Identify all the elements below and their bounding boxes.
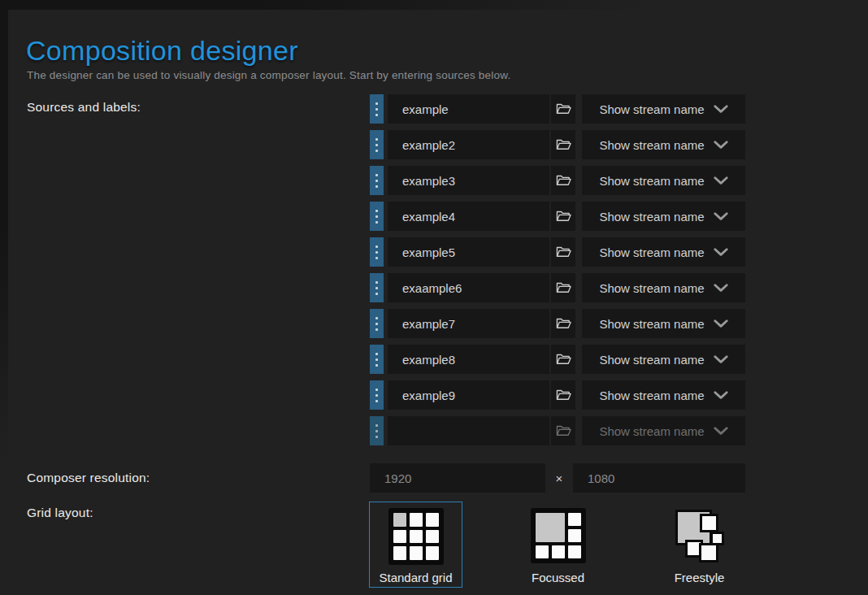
source-row: Show stream name — [370, 166, 745, 195]
source-row: Show stream name — [370, 309, 745, 338]
source-row: Show stream name — [370, 202, 745, 231]
drag-handle-icon[interactable] — [370, 345, 384, 374]
open-folder-icon — [556, 317, 571, 330]
source-name-input[interactable] — [388, 166, 549, 195]
chevron-down-icon — [714, 176, 728, 185]
stream-name-dropdown[interactable]: Show stream name — [582, 273, 745, 302]
grid-option-label: Freestyle — [653, 571, 745, 584]
grid-option-label: Standard grid — [370, 571, 462, 584]
stream-name-dropdown[interactable]: Show stream name — [582, 345, 745, 374]
dropdown-selected-value: Show stream name — [599, 389, 704, 402]
open-folder-icon — [556, 245, 571, 258]
resolution-height-input[interactable] — [573, 463, 745, 493]
stream-name-dropdown[interactable]: Show stream name — [582, 166, 745, 195]
drag-handle-icon[interactable] — [370, 130, 384, 159]
source-name-input[interactable] — [388, 94, 549, 124]
drag-handle-icon[interactable] — [370, 94, 384, 124]
freestyle-grid-icon — [674, 506, 726, 563]
source-name-input[interactable] — [388, 202, 549, 231]
source-row: Show stream name — [370, 94, 745, 124]
stream-name-dropdown[interactable]: Show stream name — [582, 202, 745, 231]
chevron-down-icon — [714, 319, 728, 328]
grid-option-freestyle[interactable]: Freestyle — [653, 502, 746, 588]
browse-button[interactable] — [551, 380, 575, 410]
dropdown-selected-value: Show stream name — [599, 281, 704, 295]
chevron-down-icon — [714, 355, 728, 364]
source-name-input[interactable] — [388, 416, 549, 445]
chevron-down-icon — [714, 248, 728, 257]
chevron-down-icon — [714, 105, 728, 114]
resolution-separator: × — [545, 471, 573, 485]
drag-handle-icon[interactable] — [370, 273, 384, 302]
drag-handle-icon[interactable] — [370, 309, 384, 338]
resolution-width-input[interactable] — [370, 463, 545, 493]
source-row: Show stream name — [370, 345, 745, 374]
resolution-label: Composer resolution: — [27, 471, 150, 485]
open-folder-icon — [556, 210, 571, 223]
browse-button[interactable] — [551, 237, 575, 267]
stream-name-dropdown[interactable]: Show stream name — [582, 237, 745, 267]
focussed-grid-icon — [531, 508, 586, 563]
chevron-down-icon — [714, 141, 728, 150]
dropdown-selected-value: Show stream name — [599, 174, 704, 188]
source-row: Show stream name — [370, 416, 745, 445]
source-row: Show stream name — [370, 130, 745, 159]
stream-name-dropdown[interactable]: Show stream name — [582, 380, 745, 410]
drag-handle-icon[interactable] — [370, 237, 384, 267]
open-folder-icon — [556, 389, 571, 402]
browse-button[interactable] — [551, 273, 575, 302]
chevron-down-icon — [714, 212, 728, 221]
drag-handle-icon[interactable] — [370, 202, 384, 231]
drag-handle-icon[interactable] — [370, 166, 384, 195]
source-name-input[interactable] — [388, 345, 549, 374]
grid-option-focussed[interactable]: Focussed — [511, 502, 605, 588]
chevron-down-icon — [714, 391, 728, 400]
browse-button[interactable] — [551, 130, 575, 159]
drag-handle-icon[interactable] — [370, 416, 384, 445]
sources-list: Show stream name Show stream name — [370, 94, 745, 452]
open-folder-icon — [556, 353, 571, 366]
stream-name-dropdown[interactable]: Show stream name — [582, 94, 745, 124]
grid-option-label: Focussed — [512, 571, 604, 584]
source-row: Show stream name — [370, 237, 745, 267]
dropdown-selected-value: Show stream name — [599, 317, 704, 331]
dropdown-selected-value: Show stream name — [599, 245, 704, 259]
composer-resolution-row: × — [370, 463, 745, 493]
standard-grid-icon — [388, 508, 444, 565]
sources-label: Sources and labels: — [27, 100, 141, 115]
browse-button[interactable] — [551, 309, 575, 338]
browse-button[interactable] — [551, 166, 575, 195]
stream-name-dropdown[interactable]: Show stream name — [582, 309, 745, 338]
dropdown-selected-value: Show stream name — [599, 102, 704, 116]
stream-name-dropdown[interactable]: Show stream name — [582, 416, 745, 445]
browse-button[interactable] — [551, 94, 575, 124]
window-edge-left — [0, 0, 8, 504]
grid-layout-label: Grid layout: — [27, 506, 93, 520]
chevron-down-icon — [714, 427, 728, 436]
source-row: Show stream name — [370, 273, 745, 302]
stream-name-dropdown[interactable]: Show stream name — [582, 130, 745, 159]
source-name-input[interactable] — [388, 237, 549, 267]
grid-option-standard[interactable]: Standard grid — [369, 502, 462, 588]
source-name-input[interactable] — [388, 130, 549, 159]
browse-button[interactable] — [551, 202, 575, 231]
open-folder-icon — [556, 102, 571, 115]
page-title: Composition designer — [26, 35, 298, 67]
open-folder-icon — [556, 281, 571, 294]
open-folder-icon — [556, 174, 571, 187]
browse-button[interactable] — [551, 345, 575, 374]
drag-handle-icon[interactable] — [370, 380, 384, 410]
browse-button[interactable] — [551, 416, 575, 445]
source-row: Show stream name — [370, 380, 745, 410]
dropdown-selected-value: Show stream name — [599, 424, 704, 438]
chevron-down-icon — [714, 284, 728, 293]
source-name-input[interactable] — [388, 380, 549, 410]
open-folder-icon — [556, 424, 571, 437]
source-name-input[interactable] — [388, 273, 549, 302]
open-folder-icon — [556, 138, 571, 151]
dropdown-selected-value: Show stream name — [599, 138, 704, 152]
dropdown-selected-value: Show stream name — [599, 353, 704, 367]
source-name-input[interactable] — [388, 309, 549, 338]
window-edge-top — [0, 0, 868, 10]
dropdown-selected-value: Show stream name — [599, 210, 704, 224]
